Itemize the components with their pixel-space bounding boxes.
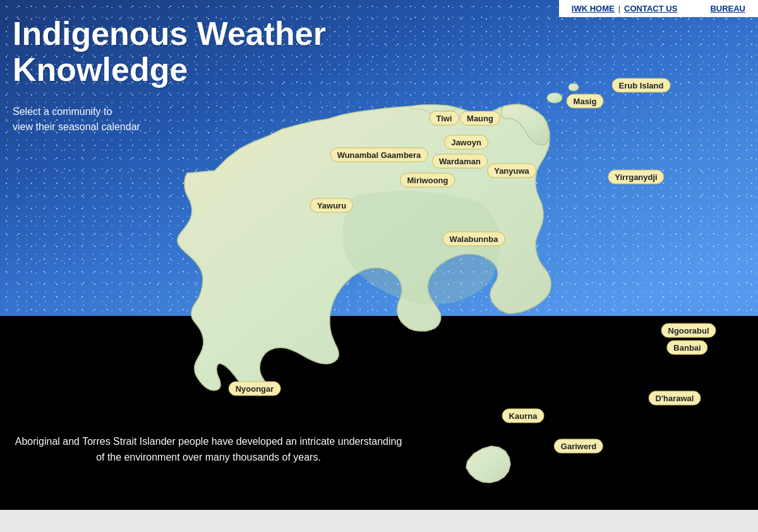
community-label[interactable]: Erub Island (612, 78, 671, 93)
footer-bar (0, 510, 758, 532)
top-navigation: IWK HOME | CONTACT US BUREAU (559, 0, 758, 17)
community-label[interactable]: Wardaman (432, 154, 488, 169)
contact-us-link[interactable]: CONTACT US (624, 4, 677, 13)
community-label[interactable]: Miriwoong (400, 173, 455, 188)
community-label[interactable]: Yawuru (310, 198, 353, 213)
community-label[interactable]: Wunambal Gaambera (330, 148, 428, 162)
svg-point-0 (547, 93, 562, 103)
bottom-text: Aboriginal and Torres Strait Islander pe… (13, 433, 404, 466)
community-label[interactable]: Jawoyn (444, 135, 488, 150)
community-label[interactable]: Masig (567, 94, 604, 109)
community-label[interactable]: Kaurna (502, 409, 544, 423)
svg-point-1 (568, 83, 579, 91)
community-label[interactable]: Yirrganydji (608, 170, 664, 184)
community-label[interactable]: Ngoorabul (661, 323, 716, 338)
community-label[interactable]: Tiwi (429, 111, 459, 126)
community-label[interactable]: Maung (460, 111, 500, 126)
community-label[interactable]: Yanyuwa (487, 164, 536, 178)
community-label[interactable]: D'harawal (649, 391, 701, 406)
community-label[interactable]: Gariwerd (554, 439, 603, 454)
page-title: Indigenous Weather Knowledge (13, 16, 326, 88)
community-label[interactable]: Nyoongar (229, 382, 281, 396)
bureau-link[interactable]: BUREAU (710, 4, 745, 13)
community-label[interactable]: Banbai (666, 341, 707, 355)
community-label[interactable]: Walabunnba (443, 232, 505, 246)
nav-separator: | (618, 4, 620, 13)
page-subtitle: Select a community to view their seasona… (13, 104, 140, 135)
iwk-home-link[interactable]: IWK HOME (572, 4, 615, 13)
